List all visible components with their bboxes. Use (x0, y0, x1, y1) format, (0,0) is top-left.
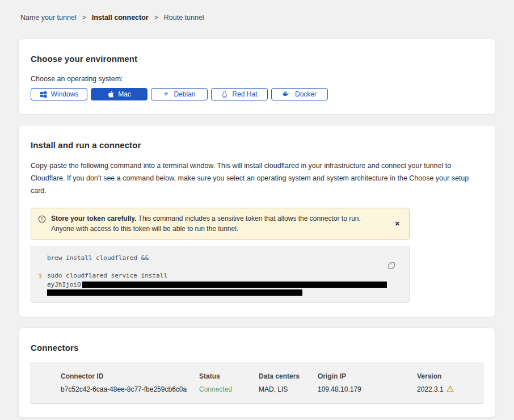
col-header-version: Version (417, 372, 477, 380)
breadcrumb-route-tunnel[interactable]: Route tunnel (164, 14, 204, 22)
os-button-debian[interactable]: Debian (151, 88, 208, 100)
breadcrumb-name-your-tunnel[interactable]: Name your tunnel (20, 14, 77, 22)
docker-whale-icon (283, 91, 291, 98)
connectors-card: Connectors Connector ID Status Data cent… (18, 327, 496, 418)
code-line-token: eyJhIjoiO (39, 280, 386, 289)
origin-ip-value: 109.48.10.179 (318, 385, 417, 394)
os-button-mac[interactable]: Mac (91, 88, 148, 100)
token-warning-title: Store your token carefully. (51, 215, 137, 222)
data-centers-value: MAD, LIS (259, 385, 318, 394)
breadcrumb: Name your tunnel > Install connector > R… (20, 14, 496, 22)
os-select-label: Choose an operating system: (31, 75, 483, 83)
redacted-token-bar (82, 282, 387, 288)
col-header-connector-id: Connector ID (61, 372, 199, 380)
os-button-label: Docker (295, 90, 317, 98)
connectors-table: Connector ID Status Data centers Origin … (31, 363, 483, 404)
version-value: 2022.3.1 (417, 385, 444, 393)
breadcrumb-separator: > (82, 14, 86, 22)
token-warning-banner: Store your token carefully. This command… (31, 208, 410, 240)
os-button-label: Debian (174, 90, 195, 98)
os-button-redhat[interactable]: Red Hat (211, 88, 268, 100)
copy-icon[interactable] (388, 262, 395, 272)
status-value: Connected (199, 385, 259, 394)
col-header-status: Status (199, 372, 259, 380)
col-header-origin-ip: Origin IP (318, 372, 417, 380)
choose-environment-card: Choose your environment Choose an operat… (18, 39, 496, 115)
os-button-windows[interactable]: Windows (31, 88, 87, 100)
choose-environment-title: Choose your environment (31, 54, 483, 64)
install-description: Copy-paste the following command into a … (31, 160, 483, 198)
redacted-token-bar (47, 289, 302, 296)
tunnel-setup-page: Name your tunnel > Install connector > R… (0, 0, 514, 420)
install-connector-card: Install and run a connector Copy-paste t… (18, 125, 496, 317)
windows-icon (40, 91, 47, 98)
redhat-tux-icon (221, 91, 228, 98)
code-line-sudo-text: sudo cloudflared service install (47, 271, 167, 280)
os-button-label: Mac (118, 90, 131, 98)
os-button-label: Red Hat (232, 90, 257, 98)
close-icon[interactable]: ✕ (394, 220, 401, 228)
install-connector-title: Install and run a connector (31, 140, 483, 150)
token-warning-text: Store your token carefully. This command… (51, 213, 389, 234)
code-line-brew: brew install cloudflared && (39, 254, 386, 263)
alert-circle-icon (38, 215, 46, 226)
version-warning-icon (446, 385, 454, 394)
version-value-cell: 2022.3.1 (417, 385, 477, 394)
debian-icon (163, 91, 170, 98)
breadcrumb-separator: > (154, 14, 158, 22)
apple-icon (107, 90, 114, 98)
os-button-label: Windows (51, 90, 79, 98)
token-prefix: eyJhIjoiO (47, 280, 81, 289)
connector-id-value: b7c52c42-6caa-48ee-8c77-fbe259cb6c0a (61, 385, 199, 394)
shell-prompt: $ (39, 271, 47, 280)
connectors-title: Connectors (31, 343, 483, 352)
col-header-data-centers: Data centers (259, 372, 318, 380)
breadcrumb-install-connector[interactable]: Install connector (92, 14, 149, 22)
code-line-sudo: $ sudo cloudflared service install (39, 271, 386, 280)
os-button-docker[interactable]: Docker (271, 88, 328, 100)
os-button-group: Windows Mac Debian Red Hat (31, 88, 483, 100)
install-command-code-block: brew install cloudflared && $ sudo cloud… (31, 246, 410, 303)
